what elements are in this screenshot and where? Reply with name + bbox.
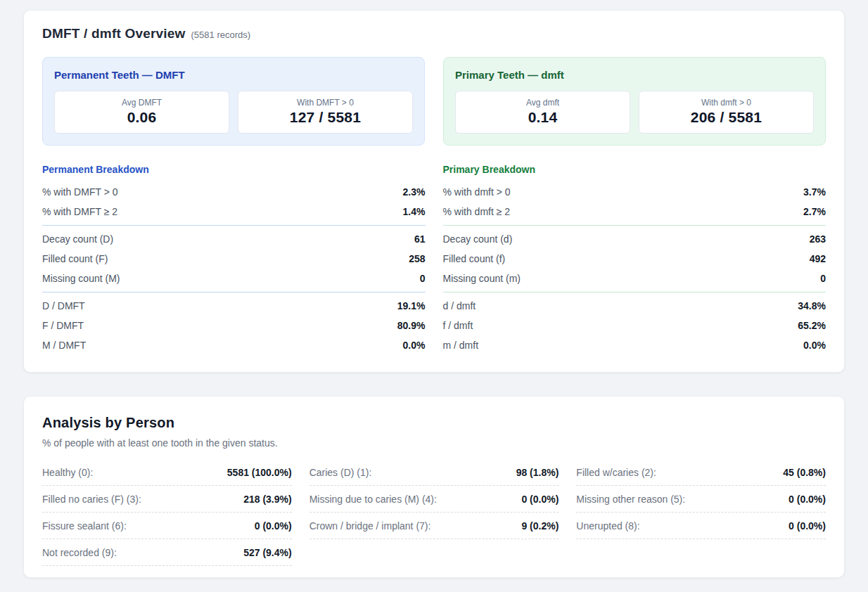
row-value: 492 (810, 253, 826, 264)
stat-value: 45 (0.8%) (783, 467, 826, 478)
breakdown-group: Decay count (d) 263 Filled count (f) 492… (443, 225, 826, 288)
primary-panel-title: Primary Teeth — dmft (455, 69, 814, 81)
stat-value: 0.14 (461, 109, 624, 126)
row-label: Decay count (D) (42, 233, 113, 245)
permanent-breakdown: Permanent Breakdown % with DMFT > 0 2.3%… (42, 164, 426, 355)
overview-title: DMFT / dmft Overview (42, 26, 186, 41)
row-value: 0.0% (803, 340, 826, 351)
row-value: 0.0% (403, 340, 426, 351)
person-stat-cell: Filled w/caries (2): 45 (0.8%) (576, 461, 826, 486)
stat-value: 98 (1.8%) (516, 467, 559, 478)
stat-label: Crown / bridge / implant (7): (309, 520, 431, 532)
stat-value: 0 (0.0%) (521, 494, 559, 505)
row-value: 65.2% (798, 320, 826, 331)
row-label: Filled count (f) (443, 253, 506, 264)
row-value: 2.3% (403, 186, 426, 198)
breakdown-row: Filled count (F) 258 (42, 249, 426, 269)
breakdown-title: Permanent Breakdown (42, 164, 426, 175)
stat-label: Healthy (0): (42, 467, 93, 478)
breakdown-row: Decay count (d) 263 (443, 229, 826, 249)
primary-teeth-panel: Primary Teeth — dmft Avg dmft 0.14 With … (443, 57, 826, 146)
page: DMFT / dmft Overview (5581 records) Perm… (0, 0, 868, 592)
stat-label: Avg DMFT (60, 98, 223, 108)
person-stat-cell: Missing due to caries (M) (4): 0 (0.0%) (309, 487, 559, 513)
person-stat-cell: Fissure sealant (6): 0 (0.0%) (42, 514, 292, 539)
row-label: Missing count (M) (42, 273, 120, 284)
person-stat-cell: Not recorded (9): 527 (9.4%) (42, 541, 292, 566)
person-analysis-title: Analysis by Person (42, 415, 826, 431)
stat-label: Fissure sealant (6): (42, 520, 127, 532)
stat-value: 0 (0.0%) (789, 520, 826, 532)
row-label: % with dmft > 0 (443, 186, 511, 198)
person-stat-cell: Unerupted (8): 0 (0.0%) (576, 514, 826, 539)
row-value: 3.7% (803, 186, 826, 198)
stat-label: Not recorded (9): (42, 547, 117, 558)
breakdown-group: Decay count (D) 61 Filled count (F) 258 … (42, 225, 426, 288)
stat-label: With dmft > 0 (645, 98, 808, 108)
row-label: % with DMFT ≥ 2 (42, 206, 117, 217)
stat-value: 0.06 (60, 109, 223, 126)
stat-label: Unerupted (8): (576, 520, 639, 532)
stat-value: 0 (0.0%) (789, 494, 826, 505)
row-value: 61 (414, 233, 426, 245)
breakdown-row: f / dmft 65.2% (443, 316, 826, 335)
stat-label: With DMFT > 0 (244, 98, 407, 108)
person-analysis-card: Analysis by Person % of people with at l… (23, 396, 845, 578)
person-stat-cell: Caries (D) (1): 98 (1.8%) (309, 461, 559, 486)
stat-label: Filled w/caries (2): (576, 467, 656, 478)
permanent-panel-title: Permanent Teeth — DMFT (54, 69, 413, 81)
breakdown-row: F / DMFT 80.9% (42, 316, 426, 335)
stat-label: Missing due to caries (M) (4): (309, 494, 437, 505)
breakdown-group: D / DMFT 19.1% F / DMFT 80.9% M / DMFT 0… (42, 292, 426, 355)
row-value: 2.7% (803, 206, 826, 217)
row-value: 0 (420, 273, 426, 284)
row-label: d / dmft (443, 300, 476, 311)
stat-label: Missing other reason (5): (576, 494, 685, 505)
person-stat-cell: Missing other reason (5): 0 (0.0%) (576, 487, 826, 513)
summary-panels: Permanent Teeth — DMFT Avg DMFT 0.06 Wit… (42, 57, 826, 146)
row-label: f / dmft (443, 320, 473, 331)
overview-card: DMFT / dmft Overview (5581 records) Perm… (23, 10, 845, 373)
with-dmft-stat: With DMFT > 0 127 / 5581 (238, 91, 413, 134)
permanent-stats: Avg DMFT 0.06 With DMFT > 0 127 / 5581 (54, 91, 413, 134)
breakdown-group: % with DMFT > 0 2.3% % with DMFT ≥ 2 1.4… (42, 182, 426, 221)
breakdown-row: d / dmft 34.8% (443, 296, 826, 316)
stat-value: 0 (0.0%) (255, 520, 292, 532)
breakdown-title: Primary Breakdown (443, 164, 826, 175)
breakdown-group: d / dmft 34.8% f / dmft 65.2% m / dmft 0… (443, 292, 826, 355)
avg-dmft-primary-stat: Avg dmft 0.14 (455, 91, 630, 134)
row-value: 258 (409, 253, 425, 264)
permanent-teeth-panel: Permanent Teeth — DMFT Avg DMFT 0.06 Wit… (42, 57, 425, 146)
breakdown-row: % with DMFT > 0 2.3% (42, 182, 426, 202)
row-value: 263 (810, 233, 826, 245)
row-value: 80.9% (397, 320, 426, 331)
breakdown-columns: Permanent Breakdown % with DMFT > 0 2.3%… (42, 164, 826, 355)
row-value: 1.4% (403, 206, 426, 217)
row-label: Missing count (m) (443, 273, 521, 284)
stat-value: 9 (0.2%) (521, 520, 559, 532)
row-label: M / DMFT (42, 340, 86, 351)
stat-label: Filled no caries (F) (3): (42, 494, 141, 505)
with-dmft-primary-stat: With dmft > 0 206 / 5581 (639, 91, 814, 134)
row-label: D / DMFT (42, 300, 85, 311)
row-value: 0 (820, 273, 826, 284)
breakdown-row: % with dmft ≥ 2 2.7% (443, 202, 826, 221)
stat-value: 206 / 5581 (645, 109, 808, 126)
stat-value: 527 (9.4%) (243, 547, 291, 558)
records-count: (5581 records) (191, 30, 251, 40)
row-label: % with dmft ≥ 2 (443, 206, 511, 217)
breakdown-row: % with dmft > 0 3.7% (443, 182, 826, 202)
person-stat-cell: Filled no caries (F) (3): 218 (3.9%) (42, 487, 292, 513)
row-label: Filled count (F) (42, 253, 108, 264)
stat-value: 5581 (100.0%) (227, 467, 292, 478)
primary-breakdown: Primary Breakdown % with dmft > 0 3.7% %… (443, 164, 826, 355)
row-label: m / dmft (443, 340, 479, 351)
row-value: 19.1% (397, 300, 426, 311)
row-value: 34.8% (798, 300, 826, 311)
breakdown-row: Filled count (f) 492 (443, 249, 826, 269)
person-stats-grid: Healthy (0): 5581 (100.0%) Caries (D) (1… (42, 461, 826, 566)
breakdown-row: D / DMFT 19.1% (42, 296, 426, 316)
breakdown-row: % with DMFT ≥ 2 1.4% (42, 202, 426, 221)
breakdown-row: Missing count (m) 0 (443, 269, 826, 288)
breakdown-row: Missing count (M) 0 (42, 269, 426, 288)
